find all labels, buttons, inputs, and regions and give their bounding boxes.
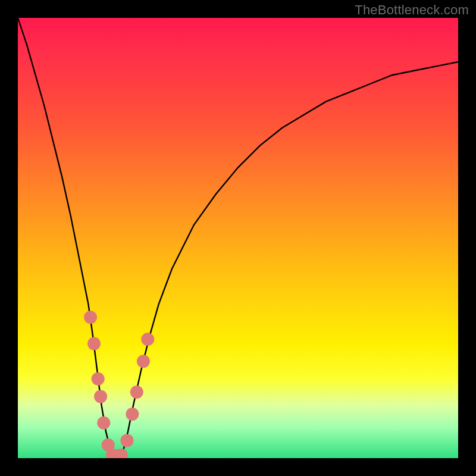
marker-dot xyxy=(97,416,110,430)
marker-dot xyxy=(130,386,143,399)
marker-dot xyxy=(87,337,101,350)
marker-dot xyxy=(121,434,134,447)
marker-dot xyxy=(84,311,97,324)
marker-group xyxy=(84,311,154,458)
curve-layer xyxy=(18,18,458,458)
watermark-text: TheBottleneck.com xyxy=(355,2,469,18)
chart-frame: TheBottleneck.com xyxy=(0,0,476,476)
marker-dot xyxy=(137,355,150,368)
marker-dot xyxy=(92,372,105,386)
marker-dot xyxy=(126,408,139,421)
bottleneck-curve-path xyxy=(18,18,458,458)
marker-dot xyxy=(94,390,107,403)
plot-area xyxy=(18,18,458,458)
marker-dot xyxy=(141,333,154,346)
